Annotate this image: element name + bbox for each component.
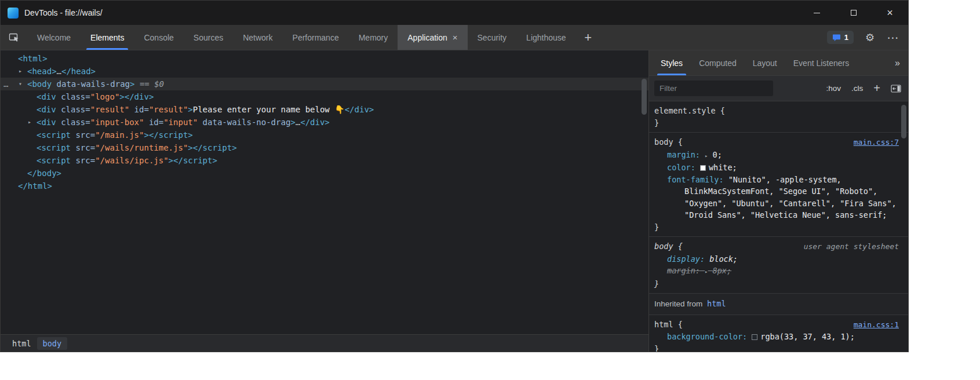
- styles-filter-input[interactable]: [654, 81, 773, 96]
- tab-network[interactable]: Network: [233, 25, 282, 50]
- rule-selector[interactable]: element.style: [654, 106, 716, 115]
- dom-tree-node[interactable]: </body>: [1, 167, 649, 180]
- devtools-window: DevTools - file://wails/ × WelcomeElemen…: [0, 0, 909, 352]
- close-icon: ×: [887, 8, 893, 18]
- token-meta: == $0: [134, 79, 164, 89]
- more-tools-button[interactable]: +: [576, 25, 600, 50]
- minimize-icon: [814, 13, 820, 13]
- token-tag: <head>: [27, 67, 57, 76]
- styles-scrollbar-thumb[interactable]: [901, 105, 906, 138]
- css-property-name: margin:: [667, 150, 700, 159]
- dom-tree-node[interactable]: <script src="/main.js"></script>: [1, 129, 649, 141]
- css-declaration[interactable]: color: white;: [654, 162, 899, 174]
- elements-panel: <html>▸<head>…</head>…▾<body data-wails-…: [1, 50, 649, 352]
- rule-selector[interactable]: body: [654, 137, 673, 147]
- css-declaration[interactable]: display: block;: [654, 253, 899, 265]
- color-swatch[interactable]: [700, 165, 706, 171]
- dom-tree-node[interactable]: …▾<body data-wails-drag> == $0: [1, 78, 649, 90]
- color-swatch[interactable]: [752, 334, 757, 340]
- css-property-value: rgba(33, 37, 43, 1);: [760, 332, 855, 341]
- elements-scrollbar-thumb[interactable]: [642, 79, 647, 115]
- css-declaration[interactable]: margin: ▸ 0;: [654, 149, 899, 162]
- tab-performance[interactable]: Performance: [283, 25, 349, 50]
- maximize-button[interactable]: [835, 1, 872, 25]
- tab-label: Security: [478, 33, 507, 42]
- dom-tree-node[interactable]: ▸<div class="input-box" id="input" data-…: [1, 116, 649, 129]
- chevron-double-right-icon: »: [895, 58, 900, 68]
- breadcrumb-item-html[interactable]: html: [6, 337, 37, 350]
- tab-security[interactable]: Security: [468, 25, 517, 50]
- rule-header: body {main.css:7: [654, 136, 899, 149]
- collapse-arrow-icon[interactable]: ▾: [19, 78, 22, 90]
- new-style-rule-button[interactable]: +: [873, 82, 880, 95]
- issues-button[interactable]: 1: [827, 31, 854, 44]
- tab-console[interactable]: Console: [134, 25, 183, 50]
- expand-shorthand-icon[interactable]: ▸: [705, 150, 708, 162]
- rule-selector-wrap: element.style {: [654, 105, 725, 117]
- expand-arrow-icon[interactable]: ▸: [28, 116, 31, 129]
- settings-button[interactable]: ⚙: [863, 31, 877, 44]
- rule-selector[interactable]: body: [654, 242, 673, 251]
- inherited-node-link[interactable]: html: [707, 299, 726, 308]
- expand-shorthand-icon[interactable]: ▸: [705, 266, 708, 278]
- close-button[interactable]: ×: [872, 1, 908, 25]
- minimize-button[interactable]: [799, 1, 835, 25]
- node-menu-icon[interactable]: …: [3, 78, 8, 90]
- token-tag: >: [169, 156, 173, 165]
- token-tag: </div>: [125, 92, 154, 101]
- open-brace: {: [673, 242, 683, 251]
- token-tag: <script: [37, 130, 71, 140]
- tab-application[interactable]: Application×: [398, 25, 467, 50]
- dom-tree-node[interactable]: <div class="result" id="result">Please e…: [1, 103, 649, 116]
- rule-selector-wrap: body {: [654, 240, 683, 253]
- dom-tree-node[interactable]: <div class="logo"></div>: [1, 90, 649, 103]
- tab-sources[interactable]: Sources: [184, 25, 233, 50]
- sidebar-tabs: StylesComputedLayoutEvent Listeners: [653, 50, 857, 75]
- token-attr: src=: [71, 156, 95, 165]
- token-tag: >: [144, 130, 148, 140]
- gear-icon: ⚙: [865, 31, 875, 44]
- token-tag: <div: [37, 92, 56, 101]
- expand-arrow-icon[interactable]: ▸: [19, 65, 22, 78]
- more-sidebar-tabs-button[interactable]: »: [895, 50, 908, 75]
- dom-tree-node[interactable]: <script src="/wails/runtime.js"></script…: [1, 141, 649, 154]
- css-declaration[interactable]: background-color: rgba(33, 37, 43, 1);: [654, 331, 899, 343]
- tab-label: Sources: [194, 33, 223, 42]
- token-tag: <script: [37, 156, 71, 165]
- token-tag: </script>: [173, 156, 217, 165]
- element-classes-button[interactable]: .cls: [851, 84, 863, 93]
- computed-sidebar-toggle-button[interactable]: [891, 85, 901, 93]
- sidebar-tab-layout[interactable]: Layout: [745, 50, 785, 75]
- inspect-icon: [8, 32, 20, 43]
- token-tag: <div: [37, 118, 56, 127]
- styles-sidebar: StylesComputedLayoutEvent Listeners » :h…: [649, 50, 908, 352]
- open-brace: {: [716, 106, 725, 115]
- tab-memory[interactable]: Memory: [349, 25, 398, 50]
- stylesheet-origin-label: user agent stylesheet: [804, 241, 899, 253]
- more-menu-button[interactable]: ⋯: [886, 31, 900, 45]
- breadcrumb-item-body[interactable]: body: [37, 337, 68, 350]
- tab-welcome[interactable]: Welcome: [27, 25, 81, 50]
- css-declaration[interactable]: font-family: "Nunito", -apple-system, Bl…: [654, 174, 899, 221]
- rule-selector[interactable]: html: [654, 320, 673, 329]
- token-attr: data-wails-no-drag: [198, 118, 290, 127]
- tab-lighthouse[interactable]: Lighthouse: [516, 25, 576, 50]
- toggle-element-state-button[interactable]: :hov: [826, 84, 841, 93]
- sidebar-tab-styles[interactable]: Styles: [653, 50, 691, 75]
- tab-elements[interactable]: Elements: [81, 25, 134, 50]
- inspect-button[interactable]: [1, 25, 27, 50]
- dom-tree-node[interactable]: <script src="/wails/ipc.js"></script>: [1, 154, 649, 167]
- sidebar-tab-event-listeners[interactable]: Event Listeners: [785, 50, 858, 75]
- css-property-name: font-family:: [667, 175, 724, 184]
- dom-tree-node[interactable]: </html>: [1, 180, 649, 192]
- tab-close-icon[interactable]: ×: [453, 33, 458, 42]
- stylesheet-link[interactable]: main.css:7: [854, 137, 899, 149]
- dom-tree-node[interactable]: <html>: [1, 52, 649, 65]
- token-emoji: 👇: [334, 105, 344, 114]
- css-property-value: 0;: [713, 150, 722, 159]
- css-declaration[interactable]: margin: ▸ 8px;: [654, 265, 899, 278]
- stylesheet-link[interactable]: main.css:1: [854, 319, 899, 331]
- sidebar-tab-computed[interactable]: Computed: [691, 50, 745, 75]
- token-attr: id=: [129, 105, 149, 114]
- dom-tree-node[interactable]: ▸<head>…</head>: [1, 65, 649, 78]
